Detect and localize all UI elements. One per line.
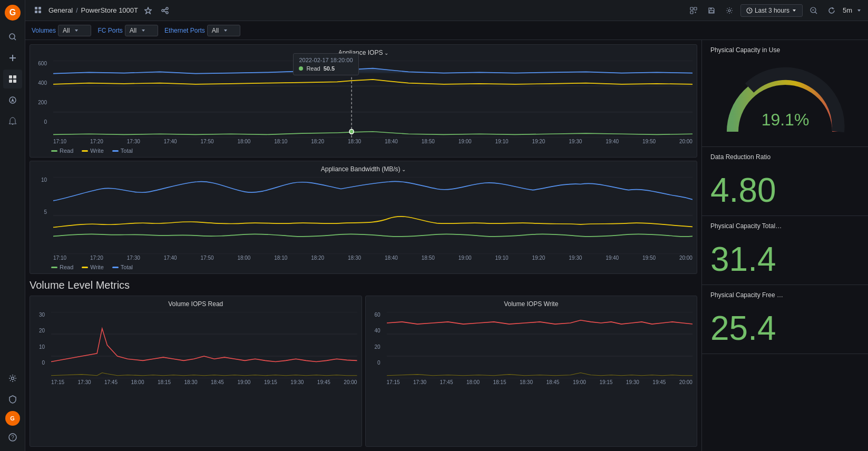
- svg-rect-31: [710, 8, 712, 9]
- appliance-bandwidth-link[interactable]: Appliance Bandwidth (MB/s): [321, 165, 406, 173]
- user-avatar[interactable]: G: [5, 411, 20, 426]
- bw-total-legend: Total: [112, 264, 133, 270]
- data-reduction-ratio-card: Data Reduction Ratio 4.80: [702, 147, 868, 216]
- breadcrumb-parent: General: [48, 6, 73, 14]
- appliance-iops-link[interactable]: Appliance IOPS: [338, 49, 389, 56]
- sidebar-alerts-icon[interactable]: [3, 112, 22, 131]
- gauge-svg: 19.1%: [722, 63, 849, 137]
- bw-write-legend: Write: [82, 264, 103, 270]
- sidebar-search-icon[interactable]: [3, 27, 22, 46]
- volume-iops-read-title: Volume IOPS Read: [30, 296, 362, 310]
- iops-legend: Read Write Total: [30, 145, 697, 157]
- refresh-controls: 5m: [825, 4, 862, 16]
- ethernet-ports-dropdown-button[interactable]: All: [207, 25, 240, 36]
- breadcrumb: General / PowerStore 1000T: [32, 5, 682, 16]
- sidebar: G: [0, 0, 25, 451]
- physical-capacity-free-value: 25.4: [710, 303, 860, 349]
- sidebar-dashboard-icon[interactable]: [3, 70, 22, 89]
- volume-iops-write-label: Volume IOPS Write: [504, 300, 558, 308]
- iops-y-axis: 600 400 200 0: [30, 61, 49, 125]
- svg-point-33: [728, 9, 730, 12]
- appliance-bandwidth-panel: Appliance Bandwidth (MB/s) 10 5: [30, 161, 697, 274]
- sidebar-help-icon[interactable]: ?: [3, 428, 22, 447]
- time-range-picker[interactable]: Last 3 hours: [740, 4, 803, 17]
- iops-write-legend: Write: [82, 148, 103, 154]
- volumes-filter-label[interactable]: Volumes: [32, 27, 56, 34]
- svg-text:G: G: [9, 8, 15, 17]
- svg-marker-40: [75, 30, 78, 32]
- bw-y-axis: 10 5: [30, 177, 49, 241]
- iops-total-legend: Total: [112, 148, 133, 154]
- sidebar-bottom: G ?: [3, 369, 22, 447]
- ethernet-ports-filter-label[interactable]: Ethernet Ports: [164, 27, 205, 34]
- svg-marker-42: [224, 30, 227, 32]
- svg-rect-6: [9, 75, 12, 79]
- ethernet-ports-dropdown[interactable]: All: [207, 25, 240, 36]
- volume-section-title: Volume Level Metrics: [30, 275, 130, 293]
- settings-button[interactable]: [723, 5, 736, 16]
- data-reduction-ratio-value: 4.80: [710, 165, 860, 211]
- vol-read-y-axis: 30 20 10 0: [30, 312, 47, 366]
- physical-capacity-in-use-card: Physical Capacity in Use: [702, 40, 868, 147]
- save-button[interactable]: [705, 5, 718, 16]
- svg-point-13: [11, 377, 14, 380]
- zoom-out-button[interactable]: [807, 5, 821, 16]
- physical-capacity-in-use-title: Physical Capacity in Use: [710, 46, 860, 54]
- svg-rect-26: [690, 7, 693, 10]
- volume-section-header: Volume Level Metrics: [30, 277, 697, 292]
- charts-area: Appliance IOPS 600 400 200 0: [25, 40, 701, 451]
- avatar-initials: G: [10, 415, 15, 421]
- svg-rect-17: [38, 7, 41, 9]
- sidebar-explore-icon[interactable]: [3, 91, 22, 110]
- physical-capacity-free-card: Physical Capacity Free … 25.4: [702, 285, 868, 354]
- fc-ports-dropdown-button[interactable]: All: [125, 25, 158, 36]
- svg-rect-27: [694, 7, 697, 10]
- svg-line-24: [164, 9, 166, 10]
- svg-point-21: [166, 7, 168, 9]
- svg-line-37: [815, 12, 817, 14]
- appliance-iops-title: Appliance IOPS: [30, 45, 697, 58]
- gauge-value-text: 19.1%: [761, 110, 809, 129]
- app-logo[interactable]: G: [4, 4, 21, 21]
- physical-capacity-total-value: 31.4: [710, 234, 860, 280]
- apps-grid-button[interactable]: [32, 5, 45, 16]
- fc-ports-dropdown[interactable]: All: [125, 25, 158, 36]
- svg-line-25: [164, 11, 166, 12]
- sidebar-shield-icon[interactable]: [3, 390, 22, 409]
- svg-rect-18: [35, 11, 37, 13]
- refresh-button[interactable]: [825, 5, 838, 16]
- svg-marker-39: [857, 9, 861, 12]
- svg-rect-9: [13, 80, 16, 83]
- favorite-button[interactable]: [141, 5, 155, 16]
- fc-ports-filter: FC Ports All: [97, 25, 158, 36]
- iops-read-legend: Read: [51, 148, 73, 154]
- share-button[interactable]: [158, 5, 172, 16]
- bw-read-legend: Read: [51, 264, 73, 270]
- svg-marker-20: [145, 7, 152, 14]
- refresh-interval[interactable]: 5m: [840, 4, 855, 16]
- appliance-bandwidth-title: Appliance Bandwidth (MB/s): [30, 161, 697, 175]
- appliance-iops-svg: [53, 61, 693, 138]
- volume-charts-row: Volume IOPS Read 30 20 10 0: [30, 296, 697, 447]
- volumes-dropdown[interactable]: All: [58, 25, 91, 36]
- svg-line-3: [14, 38, 16, 41]
- svg-point-48: [349, 65, 354, 71]
- sidebar-settings-icon[interactable]: [3, 369, 22, 388]
- svg-marker-41: [142, 30, 145, 32]
- physical-capacity-total-card: Physical Capacity Total… 31.4: [702, 216, 868, 285]
- volume-iops-read-svg: [51, 312, 357, 378]
- physical-capacity-total-title: Physical Capacity Total…: [710, 222, 860, 230]
- vol-write-y-axis: 60 40 20 0: [366, 312, 383, 366]
- add-panel-button[interactable]: [687, 5, 700, 16]
- volumes-dropdown-button[interactable]: All: [58, 25, 91, 36]
- svg-rect-16: [35, 7, 37, 9]
- volume-iops-read-label: Volume IOPS Read: [168, 300, 223, 308]
- svg-marker-11: [11, 98, 14, 102]
- svg-rect-8: [9, 80, 12, 83]
- appliance-bw-svg: [53, 177, 693, 254]
- volume-iops-write-title: Volume IOPS Write: [366, 296, 697, 310]
- fc-ports-filter-label[interactable]: FC Ports: [97, 27, 122, 34]
- main-content: General / PowerStore 1000T: [25, 0, 868, 451]
- svg-point-22: [162, 9, 164, 12]
- sidebar-add-icon[interactable]: [3, 48, 22, 67]
